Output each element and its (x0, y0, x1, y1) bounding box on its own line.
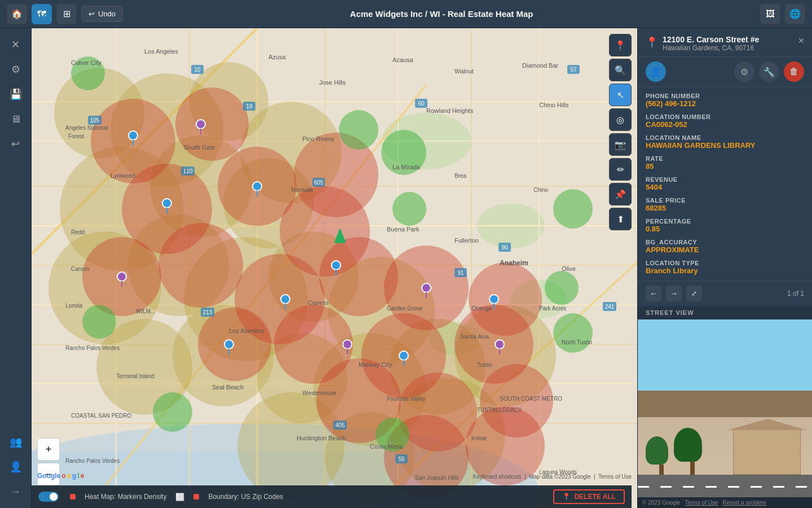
panel-settings-button[interactable]: ⚙ (734, 62, 754, 82)
bg-accuracy-value: APPROXIMATE (646, 246, 804, 254)
grid-view-button[interactable]: ⊞ (56, 4, 77, 24)
heat-map-dot (70, 494, 76, 500)
right-panel: 📍 12100 E. Carson Street #e Hawaiian Gar… (637, 28, 812, 508)
map-search-button[interactable]: 🔍 (609, 59, 632, 81)
map-cursor-button[interactable]: ↖ (609, 84, 632, 106)
topbar: 🏠 🗺 ⊞ ↩ Undo Acme Widgets Inc / WI - Rea… (0, 0, 812, 28)
nav-prev-button[interactable]: ← (646, 286, 661, 301)
panel-nav: ← → ⤢ 1 of 1 (638, 281, 812, 306)
field-location-type: LOCATION TYPE Branch Library (646, 260, 804, 275)
svg-text:Fountain Valley: Fountain Valley (387, 396, 425, 402)
field-rate: RATE 85 (646, 155, 804, 170)
field-location-name: LOCATION NAME HAWAIIAN GARDENS LIBRARY (646, 134, 804, 150)
street-view-image[interactable] (638, 319, 812, 497)
field-sale-price: SALE PRICE 68285 (646, 197, 804, 212)
panel-close-button[interactable]: × (798, 35, 804, 47)
sale-price-value: 68285 (646, 204, 804, 212)
panel-header: 📍 12100 E. Carson Street #e Hawaiian Gar… (638, 28, 812, 57)
svg-text:60: 60 (418, 100, 425, 107)
globe-button[interactable]: 🌐 (785, 4, 805, 24)
svg-text:55: 55 (398, 456, 405, 462)
nav-next-button[interactable]: → (666, 286, 682, 301)
svg-text:Los Angeles: Los Angeles (144, 48, 178, 55)
svg-text:Angeles National: Angeles National (65, 125, 108, 131)
svg-text:Chino Hills: Chino Hills (539, 102, 569, 108)
svg-text:South Gate: South Gate (184, 144, 215, 151)
phone-number-label: PHONE NUMBER (646, 93, 804, 99)
sale-price-label: SALE PRICE (646, 197, 804, 204)
phone-number-value: (562) 496-1212 (646, 99, 804, 108)
sidebar-person-button[interactable]: 👤 (5, 456, 27, 478)
panel-primary-action-button[interactable]: 👤 (646, 62, 666, 82)
svg-text:SOUTH COAST METRO: SOUTH COAST METRO (500, 396, 562, 402)
svg-point-74 (553, 189, 593, 229)
undo-button[interactable]: ↩ Undo (81, 6, 123, 22)
map-pin-button[interactable]: 📍 (609, 34, 632, 56)
svg-text:Anaheim: Anaheim (500, 259, 528, 267)
svg-point-62 (198, 308, 271, 381)
map-draw-button[interactable]: ✏ (609, 158, 632, 181)
svg-text:Rancho Palos Verdes: Rancho Palos Verdes (65, 458, 120, 464)
svg-text:57: 57 (570, 67, 577, 73)
panel-actions: 👤 ⚙ 🔧 🗑 (638, 57, 812, 87)
heat-map-toggle[interactable] (38, 492, 59, 502)
panel-location-icon: 📍 (646, 36, 658, 49)
sidebar-monitor-button[interactable]: 🖥 (5, 108, 27, 130)
rate-label: RATE (646, 155, 804, 162)
sv-report[interactable]: Report a problem (722, 500, 766, 506)
map-data-text: Map data ©2023 Google (529, 474, 590, 480)
home-button[interactable]: 🏠 (7, 4, 27, 24)
svg-text:213: 213 (203, 309, 213, 316)
svg-text:Huntington Beach: Huntington Beach (297, 435, 346, 441)
svg-text:Carson: Carson (71, 266, 89, 272)
svg-text:405: 405 (336, 422, 345, 428)
map-tools-panel: 📍 🔍 ↖ ◎ 📷 ✏ 📌 ⬆ (609, 34, 632, 230)
svg-point-102 (495, 340, 504, 349)
sidebar-settings-button[interactable]: ⚙ (5, 59, 27, 80)
sv-terms[interactable]: Terms of Use (685, 500, 718, 506)
photo-button[interactable]: 🖼 (760, 4, 780, 24)
panel-data-fields: PHONE NUMBER (562) 496-1212 LOCATION NUM… (638, 87, 812, 281)
sidebar-people-button[interactable]: 👥 (5, 431, 27, 453)
map-target-button[interactable]: ◎ (609, 108, 632, 131)
delete-all-button[interactable]: 📍 DELETE ALL (553, 489, 625, 504)
svg-text:Tustin: Tustin (477, 362, 492, 368)
panel-address: 12100 E. Carson Street #e Hawaiian Garde… (663, 35, 793, 52)
google-logo-text: Google (37, 472, 60, 480)
nav-expand-button[interactable]: ⤢ (686, 286, 702, 301)
page-title: Acme Widgets Inc / WI - Real Estate Heat… (127, 9, 756, 19)
undo-label: Undo (98, 10, 116, 18)
sv-tree-right (683, 428, 702, 476)
zoom-in-button[interactable]: + (37, 438, 60, 461)
sidebar-tools-button[interactable]: ✕ (5, 34, 27, 55)
map-camera-button[interactable]: 📷 (609, 133, 632, 156)
map-upload-button[interactable]: ⬆ (609, 208, 632, 230)
svg-text:91: 91 (457, 270, 464, 276)
panel-trash-button[interactable]: 🗑 (784, 62, 804, 82)
location-type-value: Branch Library (646, 266, 804, 275)
svg-text:90: 90 (501, 244, 508, 251)
svg-text:Pico Rivera: Pico Rivera (302, 135, 334, 142)
sidebar-share-button[interactable]: ↩ (5, 133, 27, 155)
map-view-button[interactable]: 🗺 (32, 4, 52, 24)
boundary-dot (193, 494, 199, 500)
svg-text:Olive: Olive (562, 265, 576, 272)
svg-point-54 (158, 223, 243, 308)
panel-wrench-button[interactable]: 🔧 (759, 62, 779, 82)
svg-text:Santa Ana: Santa Ana (460, 333, 489, 340)
svg-point-73 (392, 192, 426, 226)
field-phone-number: PHONE NUMBER (562) 496-1212 (646, 93, 804, 108)
heat-map-label: Heat Map: Markers Density (85, 493, 166, 501)
percentage-label: PERCENTAGE (646, 218, 804, 225)
svg-text:Westminster: Westminster (302, 389, 337, 396)
map-location-button[interactable]: 📌 (609, 183, 632, 205)
svg-text:WILM...: WILM... (136, 308, 155, 314)
location-number-label: LOCATION NUMBER (646, 113, 804, 120)
svg-text:San Joaquin Hills: San Joaquin Hills (415, 475, 458, 481)
sidebar-save-button[interactable]: 💾 (5, 84, 27, 105)
main-content: ✕ ⚙ 💾 🖥 ↩ 👥 👤 → (0, 28, 812, 508)
map-container[interactable]: Culver City Los Angeles Azusa Azausa Wal… (32, 28, 637, 508)
sidebar-arrow-button[interactable]: → (5, 481, 27, 502)
bottom-bar: Heat Map: Markers Density ⬜ Boundary: US… (32, 485, 632, 508)
svg-text:Cypress: Cypress (308, 300, 329, 306)
